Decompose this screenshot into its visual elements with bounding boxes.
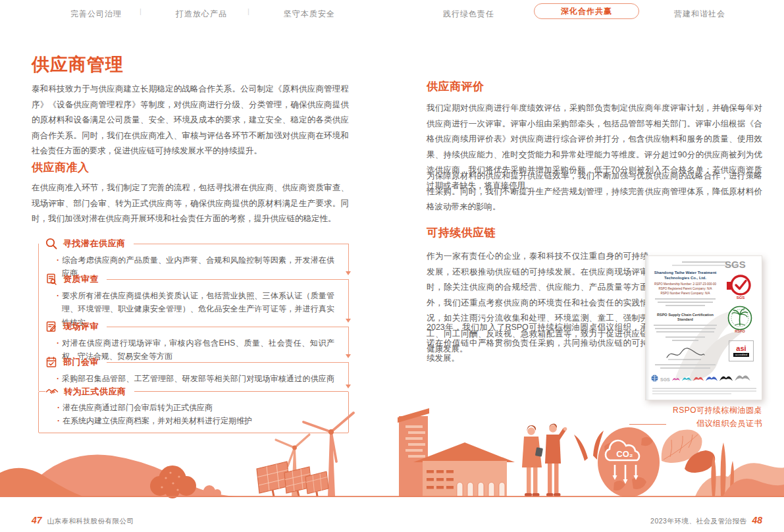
- globe-icon: [651, 375, 658, 382]
- nav-item-safety[interactable]: 坚守本质安全: [284, 9, 335, 20]
- certificate-fineprint: [652, 388, 756, 389]
- footer-right: 2023年环境、社会及管治报告 48: [650, 515, 762, 526]
- bird-icon: [682, 375, 691, 382]
- nav-item-green[interactable]: 践行绿色责任: [443, 9, 494, 20]
- co2-globe: CO₂: [598, 427, 660, 497]
- certificate-company-name: Shandong Taihe Water Treatment Technolog…: [651, 271, 719, 281]
- bird-icon: [706, 374, 718, 382]
- certificate-fineprint: [682, 261, 727, 263]
- section-title-admission: 供应商准入: [32, 160, 90, 175]
- certificate-logo-row: SGS: [651, 372, 758, 382]
- certificate-fineprint: [652, 390, 756, 392]
- certificate-membership-lines: RSPO Membership Number: 2-1197-23-000-00…: [651, 282, 719, 296]
- footer-report-name: 2023年环境、社会及管治报告: [650, 517, 746, 526]
- certificate-fineprint: [660, 367, 710, 369]
- flow-rule: [107, 327, 349, 327]
- step-title: 资质审查: [63, 273, 99, 285]
- certificate-fineprint: [658, 302, 713, 303]
- step-title: 现场评审: [63, 321, 99, 332]
- nav-item-cooperation-active[interactable]: 深化合作共赢: [534, 3, 639, 19]
- section-title-evaluation: 供应商评价: [427, 79, 484, 94]
- certificate-fineprint: [672, 340, 698, 341]
- intro-paragraph: 泰和科技致力于与供应商建立长期稳定的战略合作关系。公司制定《原料供应商管理程序》…: [32, 82, 349, 159]
- footer-company-name: 山东泰和科技股份有限公司: [47, 517, 134, 526]
- search-icon: [45, 237, 58, 250]
- footer-left: 47 山东泰和科技股份有限公司: [32, 515, 134, 526]
- solar-panels: [257, 462, 328, 496]
- section-title-sustainable: 可持续供应链: [427, 225, 496, 240]
- person-left: [522, 425, 543, 496]
- bottom-illustration: CO₂: [0, 394, 784, 500]
- page-title: 供应商管理: [32, 53, 124, 76]
- nav-item-society[interactable]: 营建和谐社会: [674, 9, 725, 20]
- certificate-fineprint: [655, 298, 716, 300]
- bird-icon: [672, 376, 680, 382]
- nav-active-label: 深化合作共赢: [561, 6, 612, 17]
- co2-label: CO₂: [616, 449, 633, 459]
- nav-item-products[interactable]: 打造放心产品: [176, 9, 227, 20]
- bird-icon: [719, 373, 733, 382]
- flow-rule: [134, 244, 350, 244]
- admission-paragraph: 在供应商准入环节，我们制定了完善的流程，包括寻找潜在供应商、供应商资质审查、现场…: [32, 180, 349, 227]
- step-title: 寻找潜在供应商: [63, 238, 126, 250]
- svg-text:RSPO: RSPO: [735, 329, 745, 333]
- calendar-check-icon: [45, 356, 58, 369]
- document-search-icon: [45, 273, 58, 286]
- certificate-fineprint: [656, 331, 714, 332]
- step-title: 部门会审: [63, 356, 99, 368]
- sgs-logo: SGS: [725, 259, 746, 270]
- factory-buildings: [398, 408, 515, 496]
- sgs-wordmark: SGS: [660, 377, 670, 382]
- flow-rule: [107, 279, 349, 280]
- evaluation-paragraph-2: 为保障原材料的供应和提升供应链效率，我们不断加强与优质供应商的战略合作，进行策略…: [427, 169, 762, 215]
- certificate-fineprint: [666, 336, 705, 338]
- report-page: 完善公司治理 | 打造放心产品 | 坚守本质安全 践行绿色责任 深化合作共赢 营…: [0, 0, 784, 532]
- asi-accredited-logo: asi accredited: [729, 340, 754, 361]
- certificate-fineprint: [655, 364, 716, 365]
- nav-separator: |: [248, 7, 249, 15]
- page-number-right: 48: [752, 515, 762, 525]
- people-talking: [522, 423, 567, 496]
- svg-text:SGS: SGS: [737, 296, 745, 300]
- rspo-palm-logo: RSPO: [726, 305, 754, 335]
- nav-item-governance[interactable]: 完善公司治理: [70, 9, 122, 20]
- rspo-certificate-image: Shandong Taihe Water Treatment Technolog…: [645, 255, 762, 400]
- clipboard-pen-icon: [45, 320, 58, 333]
- certificate-signature: [664, 347, 706, 361]
- certificate-standard-title: RSPO Supply Chain Certification Standard: [652, 313, 718, 322]
- flow-rule: [107, 362, 349, 363]
- certificate-fineprint: [655, 328, 716, 329]
- page-number-left: 47: [32, 515, 42, 525]
- certificate-fineprint: [654, 325, 717, 326]
- sustainable-paragraph-2: 2023年，我们加入了RSPO可持续棕榈油圆桌倡议组织，承诺在价值链中严格贯彻负…: [427, 320, 648, 367]
- sgs-check-mark-icon: SGS: [726, 273, 752, 300]
- person-right: [545, 423, 567, 496]
- nav-separator: |: [140, 7, 142, 15]
- bird-icon: [735, 372, 750, 382]
- ground-line: [0, 496, 784, 497]
- bird-icon: [693, 375, 704, 382]
- certificate-fineprint: [666, 305, 705, 306]
- bush-small: [203, 485, 215, 497]
